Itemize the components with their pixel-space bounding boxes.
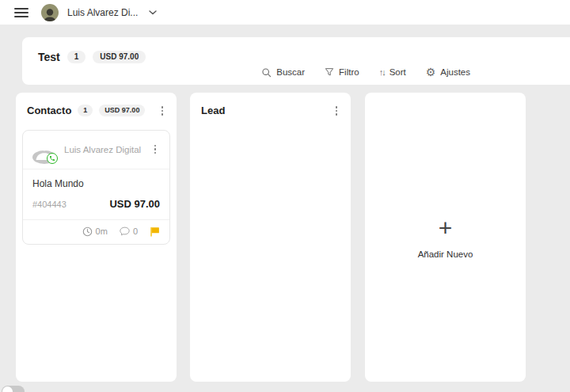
column-name: Lead: [201, 105, 225, 116]
comments-count-value: 0: [133, 226, 138, 236]
lead-card-footer: 0m 0: [23, 220, 169, 244]
kanban-column-add-new: + Añadir Nuevo: [365, 93, 526, 382]
clock-icon: [82, 226, 93, 237]
floating-toggle[interactable]: [2, 386, 25, 392]
pipeline-lead-count-badge: 1: [67, 51, 86, 63]
pipeline-title[interactable]: Test: [38, 51, 60, 63]
contact-avatar: [32, 138, 56, 162]
sort-arrows-icon: ↑↓: [379, 67, 385, 77]
search-icon: [261, 67, 272, 78]
user-photo-silhouette: [41, 6, 59, 21]
search-button[interactable]: Buscar: [261, 67, 305, 78]
lead-card-header: Luis Alvarez Digital: [23, 131, 169, 169]
pipeline-total-badge: USD 97.00: [93, 51, 146, 63]
column-header: Lead: [190, 93, 351, 126]
account-switcher[interactable]: Luis Alvarez Di...: [41, 4, 157, 21]
add-new-status-button[interactable]: + Añadir Nuevo: [365, 93, 526, 382]
whatsapp-badge-icon: [47, 153, 58, 164]
lead-price-row: #404443 USD 97.00: [23, 189, 169, 220]
user-avatar: [41, 4, 59, 21]
account-name: Luis Alvarez Di...: [67, 7, 138, 18]
comments-count: 0: [120, 226, 138, 236]
settings-label: Ajustes: [440, 67, 470, 77]
plus-icon: +: [439, 216, 453, 240]
filter-funnel-icon: [325, 67, 334, 77]
column-name: Contacto: [27, 105, 71, 116]
column-total-badge: USD 97.00: [99, 105, 145, 116]
hamburger-menu-icon[interactable]: [14, 8, 28, 17]
sort-label: Sort: [390, 67, 406, 77]
add-new-label: Añadir Nuevo: [418, 249, 473, 259]
lead-card[interactable]: Luis Alvarez Digital Hola Mundo #404443 …: [22, 130, 170, 245]
kanban-column-contacto: Contacto 1 USD 97.00 Luis Alvarez Di: [16, 93, 177, 382]
kebab-menu-icon[interactable]: [158, 104, 168, 118]
gear-icon: ⚙: [426, 67, 436, 78]
kanban-column-lead: Lead: [190, 93, 351, 382]
column-count-badge: 1: [78, 105, 93, 116]
column-header: Contacto 1 USD 97.00: [16, 93, 177, 126]
settings-button[interactable]: ⚙ Ajustes: [426, 67, 470, 78]
board-toolbar: Buscar Filtro ↑↓ Sort ⚙ Ajustes: [261, 67, 470, 78]
contact-name: Luis Alvarez Digital: [64, 145, 141, 154]
pipeline-title-row: Test 1 USD 97.00: [38, 51, 146, 63]
chevron-down-icon[interactable]: [149, 10, 157, 15]
lead-price: USD 97.00: [109, 198, 160, 210]
lead-title: Hola Mundo: [23, 169, 169, 189]
top-navigation-bar: Luis Alvarez Di...: [0, 0, 570, 25]
kebab-menu-icon[interactable]: [332, 104, 342, 118]
sort-button[interactable]: ↑↓ Sort: [379, 67, 406, 77]
flag-icon[interactable]: [150, 226, 160, 237]
card-kebab-menu-icon[interactable]: [150, 143, 161, 157]
filter-button[interactable]: Filtro: [325, 67, 359, 77]
time-in-stage: 0m: [82, 226, 108, 237]
lead-id: #404443: [32, 200, 66, 209]
filter-label: Filtro: [339, 67, 359, 77]
pipeline-header-card: Test 1 USD 97.00 Buscar Filtro ↑↓ Sort ⚙…: [22, 37, 570, 85]
toggle-knob: [2, 386, 13, 392]
search-label: Buscar: [276, 67, 305, 77]
comment-bubble-icon: [120, 226, 130, 236]
time-in-stage-value: 0m: [96, 226, 108, 236]
